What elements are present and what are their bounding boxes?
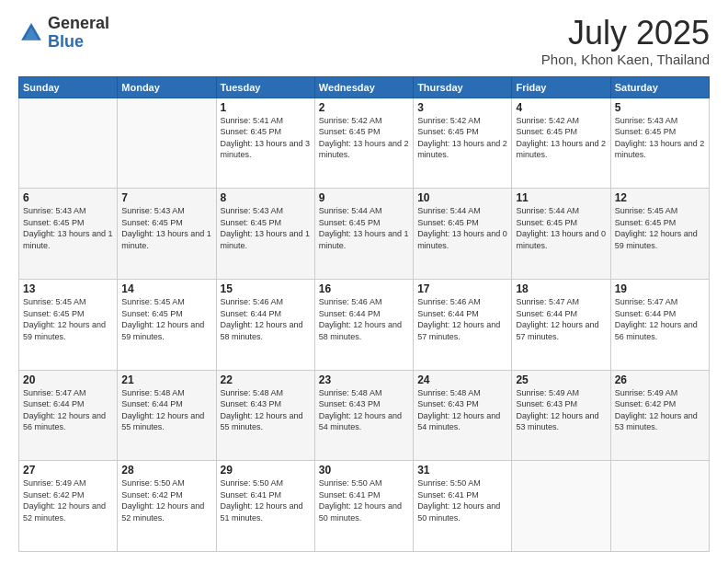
main-title: July 2025 xyxy=(541,15,710,52)
table-row: 18Sunrise: 5:47 AM Sunset: 6:44 PM Dayli… xyxy=(512,279,610,370)
table-row: 30Sunrise: 5:50 AM Sunset: 6:41 PM Dayli… xyxy=(314,461,413,552)
col-wednesday: Wednesday xyxy=(314,76,413,98)
table-row xyxy=(19,98,118,189)
day-number: 17 xyxy=(417,282,507,295)
day-number: 15 xyxy=(221,282,311,295)
table-row: 26Sunrise: 5:49 AM Sunset: 6:42 PM Dayli… xyxy=(610,370,709,461)
day-number: 28 xyxy=(121,464,211,477)
day-detail: Sunrise: 5:45 AM Sunset: 6:45 PM Dayligh… xyxy=(23,296,113,342)
day-number: 7 xyxy=(121,191,211,204)
day-detail: Sunrise: 5:48 AM Sunset: 6:43 PM Dayligh… xyxy=(319,387,409,433)
day-detail: Sunrise: 5:50 AM Sunset: 6:41 PM Dayligh… xyxy=(417,477,507,523)
table-row: 6Sunrise: 5:43 AM Sunset: 6:45 PM Daylig… xyxy=(19,189,118,280)
day-number: 27 xyxy=(23,464,113,477)
day-detail: Sunrise: 5:43 AM Sunset: 6:45 PM Dayligh… xyxy=(121,205,211,251)
day-number: 23 xyxy=(319,373,409,386)
day-detail: Sunrise: 5:46 AM Sunset: 6:44 PM Dayligh… xyxy=(221,296,311,342)
day-number: 12 xyxy=(615,191,705,204)
day-detail: Sunrise: 5:47 AM Sunset: 6:44 PM Dayligh… xyxy=(23,387,113,433)
day-number: 6 xyxy=(23,191,113,204)
table-row: 21Sunrise: 5:48 AM Sunset: 6:44 PM Dayli… xyxy=(118,370,216,461)
day-detail: Sunrise: 5:44 AM Sunset: 6:45 PM Dayligh… xyxy=(516,205,606,251)
table-row xyxy=(118,98,216,189)
day-number: 19 xyxy=(615,282,705,295)
table-row: 29Sunrise: 5:50 AM Sunset: 6:41 PM Dayli… xyxy=(216,461,314,552)
day-detail: Sunrise: 5:48 AM Sunset: 6:43 PM Dayligh… xyxy=(221,387,311,433)
day-number: 24 xyxy=(417,373,507,386)
day-number: 2 xyxy=(319,101,409,114)
table-row: 27Sunrise: 5:49 AM Sunset: 6:42 PM Dayli… xyxy=(19,461,118,552)
day-detail: Sunrise: 5:42 AM Sunset: 6:45 PM Dayligh… xyxy=(319,115,409,161)
day-number: 18 xyxy=(516,282,606,295)
table-row: 17Sunrise: 5:46 AM Sunset: 6:44 PM Dayli… xyxy=(414,279,512,370)
day-detail: Sunrise: 5:50 AM Sunset: 6:41 PM Dayligh… xyxy=(221,477,311,523)
day-number: 22 xyxy=(221,373,311,386)
table-row: 7Sunrise: 5:43 AM Sunset: 6:45 PM Daylig… xyxy=(118,189,216,280)
day-number: 26 xyxy=(615,373,705,386)
table-row: 15Sunrise: 5:46 AM Sunset: 6:44 PM Dayli… xyxy=(216,279,314,370)
day-detail: Sunrise: 5:41 AM Sunset: 6:45 PM Dayligh… xyxy=(221,115,311,161)
day-number: 1 xyxy=(221,101,311,114)
col-sunday: Sunday xyxy=(19,76,118,98)
day-detail: Sunrise: 5:48 AM Sunset: 6:44 PM Dayligh… xyxy=(121,387,211,433)
day-number: 30 xyxy=(319,464,409,477)
table-row: 12Sunrise: 5:45 AM Sunset: 6:45 PM Dayli… xyxy=(610,189,709,280)
day-detail: Sunrise: 5:42 AM Sunset: 6:45 PM Dayligh… xyxy=(417,115,507,161)
day-number: 9 xyxy=(319,191,409,204)
table-row: 14Sunrise: 5:45 AM Sunset: 6:45 PM Dayli… xyxy=(118,279,216,370)
day-detail: Sunrise: 5:42 AM Sunset: 6:45 PM Dayligh… xyxy=(516,115,606,161)
calendar-header-row: Sunday Monday Tuesday Wednesday Thursday… xyxy=(19,76,710,98)
header: General Blue July 2025 Phon, Khon Kaen, … xyxy=(18,15,710,67)
day-number: 14 xyxy=(121,282,211,295)
calendar-week-row: 20Sunrise: 5:47 AM Sunset: 6:44 PM Dayli… xyxy=(19,370,710,461)
day-number: 13 xyxy=(23,282,113,295)
day-detail: Sunrise: 5:43 AM Sunset: 6:45 PM Dayligh… xyxy=(221,205,311,251)
table-row: 1Sunrise: 5:41 AM Sunset: 6:45 PM Daylig… xyxy=(216,98,314,189)
day-detail: Sunrise: 5:48 AM Sunset: 6:43 PM Dayligh… xyxy=(417,387,507,433)
logo-blue: Blue xyxy=(48,32,84,51)
day-detail: Sunrise: 5:47 AM Sunset: 6:44 PM Dayligh… xyxy=(516,296,606,342)
logo-text: General Blue xyxy=(48,15,109,52)
title-block: July 2025 Phon, Khon Kaen, Thailand xyxy=(541,15,710,67)
col-tuesday: Tuesday xyxy=(216,76,314,98)
logo-general: General xyxy=(48,14,109,32)
day-number: 10 xyxy=(417,191,507,204)
day-detail: Sunrise: 5:50 AM Sunset: 6:42 PM Dayligh… xyxy=(121,477,211,523)
col-saturday: Saturday xyxy=(610,76,709,98)
col-thursday: Thursday xyxy=(414,76,512,98)
table-row: 9Sunrise: 5:44 AM Sunset: 6:45 PM Daylig… xyxy=(314,189,413,280)
table-row: 22Sunrise: 5:48 AM Sunset: 6:43 PM Dayli… xyxy=(216,370,314,461)
table-row: 2Sunrise: 5:42 AM Sunset: 6:45 PM Daylig… xyxy=(314,98,413,189)
table-row: 11Sunrise: 5:44 AM Sunset: 6:45 PM Dayli… xyxy=(512,189,610,280)
logo: General Blue xyxy=(18,15,109,52)
day-number: 5 xyxy=(615,101,705,114)
day-number: 31 xyxy=(417,464,507,477)
table-row: 10Sunrise: 5:44 AM Sunset: 6:45 PM Dayli… xyxy=(414,189,512,280)
table-row: 4Sunrise: 5:42 AM Sunset: 6:45 PM Daylig… xyxy=(512,98,610,189)
calendar-week-row: 1Sunrise: 5:41 AM Sunset: 6:45 PM Daylig… xyxy=(19,98,710,189)
day-detail: Sunrise: 5:45 AM Sunset: 6:45 PM Dayligh… xyxy=(121,296,211,342)
day-detail: Sunrise: 5:50 AM Sunset: 6:41 PM Dayligh… xyxy=(319,477,409,523)
day-number: 16 xyxy=(319,282,409,295)
day-detail: Sunrise: 5:44 AM Sunset: 6:45 PM Dayligh… xyxy=(319,205,409,251)
calendar-week-row: 13Sunrise: 5:45 AM Sunset: 6:45 PM Dayli… xyxy=(19,279,710,370)
day-number: 21 xyxy=(121,373,211,386)
day-detail: Sunrise: 5:46 AM Sunset: 6:44 PM Dayligh… xyxy=(417,296,507,342)
table-row xyxy=(512,461,610,552)
table-row: 31Sunrise: 5:50 AM Sunset: 6:41 PM Dayli… xyxy=(414,461,512,552)
day-detail: Sunrise: 5:45 AM Sunset: 6:45 PM Dayligh… xyxy=(615,205,705,251)
day-number: 25 xyxy=(516,373,606,386)
table-row: 5Sunrise: 5:43 AM Sunset: 6:45 PM Daylig… xyxy=(610,98,709,189)
table-row: 13Sunrise: 5:45 AM Sunset: 6:45 PM Dayli… xyxy=(19,279,118,370)
table-row: 24Sunrise: 5:48 AM Sunset: 6:43 PM Dayli… xyxy=(414,370,512,461)
col-friday: Friday xyxy=(512,76,610,98)
day-detail: Sunrise: 5:43 AM Sunset: 6:45 PM Dayligh… xyxy=(23,205,113,251)
day-detail: Sunrise: 5:49 AM Sunset: 6:42 PM Dayligh… xyxy=(23,477,113,523)
day-number: 3 xyxy=(417,101,507,114)
day-detail: Sunrise: 5:49 AM Sunset: 6:42 PM Dayligh… xyxy=(615,387,705,433)
day-number: 8 xyxy=(221,191,311,204)
day-detail: Sunrise: 5:44 AM Sunset: 6:45 PM Dayligh… xyxy=(417,205,507,251)
day-number: 29 xyxy=(221,464,311,477)
day-number: 20 xyxy=(23,373,113,386)
table-row: 23Sunrise: 5:48 AM Sunset: 6:43 PM Dayli… xyxy=(314,370,413,461)
